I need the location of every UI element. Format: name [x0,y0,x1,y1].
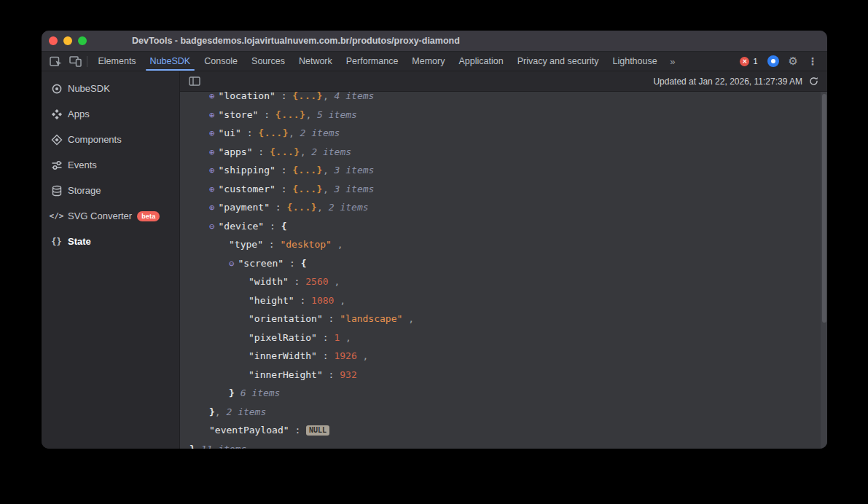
extension-icon[interactable] [767,55,779,67]
tree-row: ⊕"store" : {...}, 5 items [180,106,827,125]
tab-performance[interactable]: Performance [339,52,405,71]
expand-icon[interactable]: ⊕ [209,127,215,138]
tab-elements[interactable]: Elements [91,52,143,71]
json-key: "device" [219,221,265,232]
tree-row: "width" : 2560 , [180,272,827,291]
tab-nubesdk[interactable]: NubeSDK [143,52,198,71]
sidebar-item-svg-converter[interactable]: </> SVG Converter beta [42,203,179,229]
json-string-value: "landscape" [340,313,402,324]
collapsed-object: {...} [275,109,306,120]
items-count: 3 items [329,165,375,176]
json-comma: , [215,406,221,417]
tree-row: ⊕"location" : {...}, 4 items [180,92,827,106]
json-colon: : [323,313,340,324]
json-comma: , [329,276,340,287]
json-key: "shipping" [219,165,275,176]
sidebar-item-nubesdk[interactable]: NubeSDK [42,76,179,101]
json-colon: : [284,258,300,269]
sidebar-item-apps[interactable]: Apps [42,101,179,127]
json-colon: : [275,92,292,101]
items-count: 4 items [329,92,375,101]
json-key: "payment" [219,202,270,213]
tree-row: ⊖"screen" : { [180,254,827,273]
tab-console[interactable]: Console [198,52,245,71]
json-string-value: "desktop" [280,239,331,250]
issues-counter[interactable]: ✕ 1 [740,57,757,66]
json-number-value: 932 [340,369,356,380]
items-count: 2 items [323,202,369,213]
close-window-button[interactable] [49,36,58,45]
json-number-value: 1926 [334,350,356,361]
tree-row: ⊖"device" : { [180,217,827,236]
json-number-value: 1080 [311,295,334,306]
sidebar-item-label: Events [68,160,97,170]
items-count: 6 items [235,387,281,398]
tab-network[interactable]: Network [292,52,339,71]
devtools-main: NubeSDK Apps Components Events [42,71,827,449]
sidebar-item-label: NubeSDK [68,83,110,94]
inspect-element-icon[interactable] [46,52,66,71]
scrollbar-thumb[interactable] [822,94,826,323]
expand-icon[interactable]: ⊕ [209,109,215,120]
json-key: "innerWidth" [249,350,317,361]
expand-icon[interactable]: ⊕ [209,184,215,194]
tab-lighthouse[interactable]: Lighthouse [606,52,664,71]
sidebar-item-label: Components [68,134,122,145]
collapsed-object: {...} [270,146,300,157]
expand-icon[interactable]: ⊕ [209,92,215,101]
json-comma: , [340,332,351,343]
json-key: "apps" [219,146,253,157]
expand-icon[interactable]: ⊕ [209,202,215,213]
json-key: "height" [249,295,294,306]
tab-application[interactable]: Application [452,52,510,71]
json-colon: : [275,184,292,194]
sidebar-item-storage[interactable]: Storage [42,178,179,203]
scrollbar-track[interactable] [821,92,827,449]
collapse-icon[interactable]: ⊖ [229,258,235,269]
tree-row: ⊕"shipping" : {...}, 3 items [180,161,827,180]
sidebar-item-components[interactable]: Components [42,127,179,152]
more-tabs-button[interactable]: » [664,56,681,67]
toggle-sidebar-icon[interactable] [189,76,200,86]
collapse-icon[interactable]: ⊖ [209,221,215,232]
expand-icon[interactable]: ⊕ [209,146,215,157]
sidebar-item-state[interactable]: {} State [42,229,179,254]
devtools-tabbar: Elements NubeSDK Console Sources Network… [42,52,827,71]
minimize-window-button[interactable] [63,36,72,45]
json-comma: , [357,350,369,361]
sidebar-item-events[interactable]: Events [42,152,179,178]
expand-icon[interactable]: ⊕ [209,165,215,176]
updated-status: Updated at Jan 22, 2026, 11:27:39 AM [653,76,818,87]
tree-row: } 11 items [180,440,827,449]
more-options-icon[interactable]: ⋮ [808,55,818,67]
tab-memory[interactable]: Memory [405,52,452,71]
json-key: "eventPayload" [209,425,289,436]
json-tree-view: ⊕"location" : {...}, 4 items⊕"store" : {… [180,92,827,449]
tree-row: "type" : "desktop" , [180,235,827,254]
settings-gear-icon[interactable]: ⚙ [789,55,798,68]
json-colon: : [289,425,306,436]
tab-privacy-and-security[interactable]: Privacy and security [510,52,606,71]
json-colon: : [294,295,311,306]
toolbar-divider [87,56,87,67]
device-toolbar-icon[interactable] [66,52,85,71]
apps-icon [50,109,63,120]
tree-row: ⊕"customer" : {...}, 3 items [180,180,827,199]
open-brace: { [281,221,287,232]
traffic-lights [42,36,87,45]
error-icon: ✕ [740,57,749,66]
refresh-icon[interactable] [809,76,818,86]
collapsed-object: {...} [292,165,323,176]
nubesdk-logo-icon [50,83,63,95]
nubesdk-sidebar: NubeSDK Apps Components Events [42,71,180,449]
json-key: "pixelRatio" [249,332,317,343]
sidebar-item-label: Apps [68,109,90,119]
close-brace: } [189,444,195,449]
json-tree: ⊕"location" : {...}, 4 items⊕"store" : {… [180,92,827,449]
zoom-window-button[interactable] [78,36,87,45]
toolbar-right-icons: ✕ 1 ⚙ ⋮ [740,55,827,68]
items-count: 2 items [221,406,267,417]
sidebar-item-label: SVG Converter [68,210,132,221]
json-key: "type" [229,239,263,250]
tab-sources[interactable]: Sources [245,52,292,71]
